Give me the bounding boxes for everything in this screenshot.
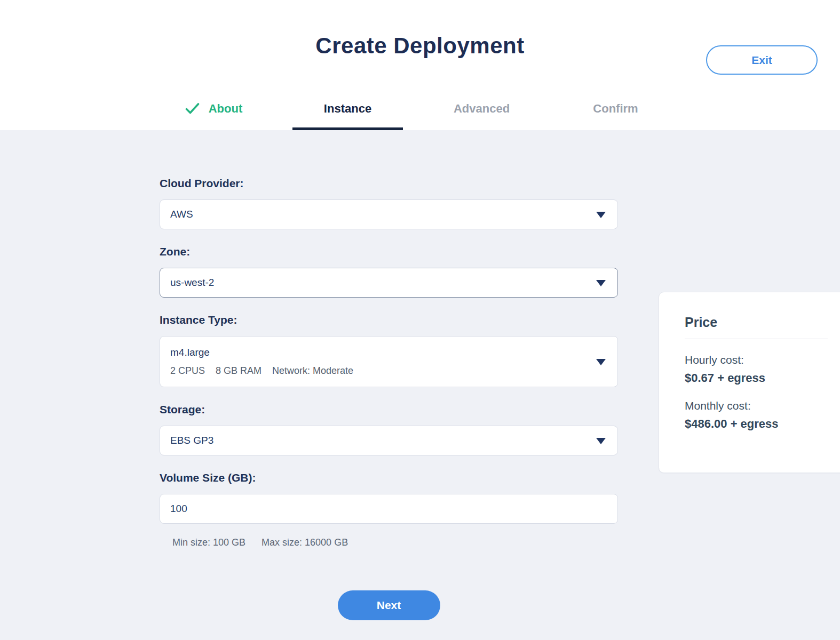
exit-button[interactable]: Exit [706, 45, 818, 75]
storage-select[interactable]: EBS GP3 [160, 426, 618, 455]
instance-type-select[interactable]: m4.large 2 CPUS 8 GB RAM Network: Modera… [160, 336, 618, 387]
instance-ram: 8 GB RAM [216, 365, 261, 377]
volume-size-input[interactable] [160, 494, 618, 524]
zone-label: Zone: [160, 246, 618, 258]
cloud-provider-select[interactable]: AWS [160, 199, 618, 229]
next-button[interactable]: Next [338, 590, 440, 620]
create-deployment-page: Create Deployment Exit About Instance Ad… [0, 0, 840, 620]
instance-type-label: Instance Type: [160, 314, 618, 326]
tab-about-label: About [209, 102, 243, 116]
wizard-tabs: About Instance Advanced Confirm [159, 102, 671, 130]
chevron-down-icon [596, 280, 606, 286]
storage-value: EBS GP3 [170, 435, 213, 446]
monthly-cost-value: $486.00 + egress [685, 417, 840, 431]
instance-cpus: 2 CPUS [170, 365, 205, 377]
chevron-down-icon [596, 359, 606, 365]
cloud-provider-label: Cloud Provider: [160, 178, 618, 189]
check-icon [185, 102, 200, 115]
tab-advanced[interactable]: Advanced [426, 102, 537, 130]
next-button-row: Next [160, 590, 618, 620]
zone-value: us-west-2 [170, 277, 214, 289]
cloud-provider-value: AWS [170, 209, 193, 220]
monthly-cost-label: Monthly cost: [685, 399, 840, 412]
price-divider [685, 339, 828, 339]
tab-about[interactable]: About [159, 102, 269, 130]
price-panel: Price Hourly cost: $0.67 + egress Monthl… [659, 292, 840, 473]
tab-advanced-label: Advanced [454, 102, 510, 116]
chevron-down-icon [596, 438, 606, 444]
chevron-down-icon [596, 212, 606, 218]
instance-network: Network: Moderate [272, 365, 353, 377]
wizard-header: Create Deployment Exit About Instance Ad… [0, 0, 840, 130]
zone-select[interactable]: us-west-2 [160, 268, 618, 298]
volume-size-label: Volume Size (GB): [160, 472, 618, 484]
tab-confirm-label: Confirm [593, 102, 638, 116]
hourly-cost-value: $0.67 + egress [685, 371, 840, 385]
volume-size-hints: Min size: 100 GB Max size: 16000 GB [172, 537, 618, 548]
hourly-cost-label: Hourly cost: [685, 354, 840, 366]
instance-type-value: m4.large [170, 347, 210, 358]
price-panel-title: Price [685, 315, 840, 330]
tab-instance-label: Instance [324, 102, 371, 116]
instance-type-details: 2 CPUS 8 GB RAM Network: Moderate [170, 365, 353, 377]
instance-step-content: Cloud Provider: AWS Zone: us-west-2 Inst… [0, 130, 840, 620]
tab-confirm[interactable]: Confirm [560, 102, 671, 130]
max-size-hint: Max size: 16000 GB [261, 537, 348, 548]
storage-label: Storage: [160, 404, 618, 415]
instance-form: Cloud Provider: AWS Zone: us-west-2 Inst… [160, 178, 618, 620]
tab-instance[interactable]: Instance [292, 102, 403, 130]
min-size-hint: Min size: 100 GB [172, 537, 245, 548]
